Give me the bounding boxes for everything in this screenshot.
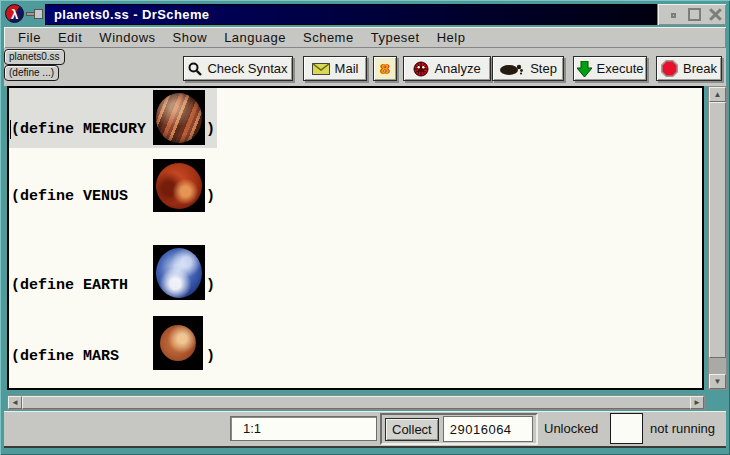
code-define-earth: (define EARTH <box>11 277 128 294</box>
titlebar[interactable]: planets0.ss - DrScheme <box>45 4 657 25</box>
red-octagon-icon <box>661 60 678 77</box>
statusbar: 1:1 Collect 29016064 Unlocked not runnin… <box>4 411 726 448</box>
check-syntax-button[interactable]: Check Syntax <box>183 56 293 81</box>
analyze-label: Analyze <box>434 61 480 76</box>
close-button[interactable] <box>708 7 723 22</box>
minimize-button[interactable] <box>671 13 676 18</box>
green-down-arrow-icon <box>577 61 592 77</box>
execute-button[interactable]: Execute <box>573 56 647 81</box>
collect-button[interactable]: Collect <box>385 418 439 441</box>
break-label: Break <box>683 61 717 76</box>
vertical-scroll-thumb[interactable] <box>709 102 726 358</box>
step-button[interactable]: Step <box>492 56 564 81</box>
menu-language[interactable]: Language <box>224 30 286 45</box>
magnifier-icon <box>188 62 202 76</box>
code-define-mars: (define MARS <box>11 348 119 365</box>
window-pin-icon[interactable] <box>26 12 43 16</box>
mail-button[interactable]: Mail <box>303 56 367 81</box>
menu-typeset[interactable]: Typeset <box>371 30 420 45</box>
scroll-down-arrow[interactable]: ▼ <box>709 374 726 389</box>
planet-image-venus <box>153 159 205 212</box>
envelope-icon <box>312 63 330 75</box>
menu-help[interactable]: Help <box>437 30 466 45</box>
mail-label: Mail <box>335 61 359 76</box>
break-button[interactable]: Break <box>656 56 722 81</box>
code-define-mercury: (define MERCURY <box>11 121 146 138</box>
menu-windows[interactable]: Windows <box>99 30 155 45</box>
running-indicator-box <box>610 413 643 444</box>
menu-show[interactable]: Show <box>173 30 208 45</box>
drscheme-window: λ planets0.ss - DrScheme File Edit Windo… <box>0 0 730 455</box>
planet-image-earth <box>153 245 205 300</box>
memory-usage-value: 29016064 <box>450 422 512 437</box>
horizontal-scrollbar[interactable]: ◄ ► <box>7 395 705 410</box>
window-controls <box>658 4 726 25</box>
definitions-editor[interactable]: (define MERCURY ) (define VENUS ) (defin… <box>7 86 704 390</box>
memory-group: Collect 29016064 <box>380 413 538 445</box>
pin-head <box>34 9 43 19</box>
code-define-venus: (define VENUS <box>11 188 128 205</box>
line-column-value: 1:1 <box>243 421 261 436</box>
analyze-button[interactable]: Analyze <box>403 56 491 81</box>
planet-image-mercury <box>153 90 205 145</box>
spider-icon <box>413 61 429 77</box>
menu-scheme[interactable]: Scheme <box>303 30 354 45</box>
gold-8-button[interactable]: 8 <box>373 56 397 81</box>
vertical-scrollbar[interactable]: ▲ ▼ <box>708 86 727 390</box>
step-label: Step <box>530 61 557 76</box>
planet-image-mars <box>153 316 203 370</box>
lock-status-label: Unlocked <box>544 421 598 436</box>
execute-label: Execute <box>597 61 644 76</box>
scroll-left-arrow[interactable]: ◄ <box>8 396 22 409</box>
scroll-up-arrow[interactable]: ▲ <box>709 87 726 102</box>
gold-8-icon: 8 <box>381 60 389 77</box>
line-column-field[interactable]: 1:1 <box>230 416 377 441</box>
close-paren-earth: ) <box>206 277 215 294</box>
horizontal-scroll-thumb[interactable] <box>22 396 692 409</box>
close-paren-mercury: ) <box>206 121 215 138</box>
filename-chip[interactable]: planets0.ss <box>4 49 65 65</box>
check-syntax-label: Check Syntax <box>207 61 287 76</box>
scroll-right-arrow[interactable]: ► <box>690 396 704 409</box>
menu-edit[interactable]: Edit <box>58 30 82 45</box>
close-paren-mars: ) <box>206 348 215 365</box>
drscheme-lambda-icon[interactable]: λ <box>5 4 24 23</box>
close-paren-venus: ) <box>206 188 215 205</box>
run-status-label: not running <box>650 421 715 436</box>
define-navigation-chip[interactable]: (define ...) <box>4 65 59 81</box>
toolbar: planets0.ss (define ...) Check Syntax Ma… <box>4 48 726 86</box>
menubar: File Edit Windows Show Language Scheme T… <box>4 27 726 48</box>
window-title: planets0.ss - DrScheme <box>46 7 209 22</box>
menu-file[interactable]: File <box>18 30 41 45</box>
memory-usage-field: 29016064 <box>443 416 533 442</box>
maximize-button[interactable] <box>688 8 701 21</box>
footprint-icon <box>499 62 525 76</box>
